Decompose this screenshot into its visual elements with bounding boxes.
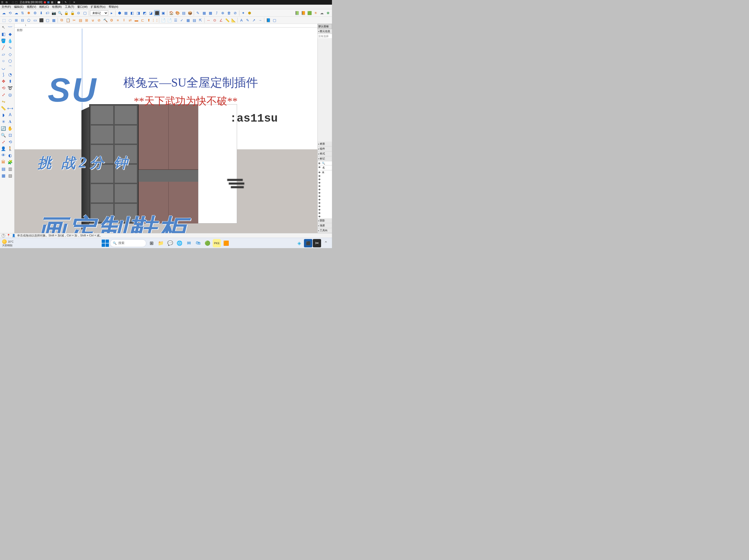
tag-row[interactable]: 👁: [318, 215, 332, 218]
panel-tags[interactable]: 标记: [318, 156, 332, 161]
doc-icon[interactable]: 📄: [160, 17, 166, 23]
panel-entity-info[interactable]: 图元信息: [318, 29, 332, 34]
eye-icon[interactable]: 👁: [318, 209, 321, 211]
vray-cloud-icon[interactable]: ☁: [319, 10, 325, 16]
network-icon[interactable]: ✱: [26, 10, 31, 16]
cube-right-icon[interactable]: ◪: [148, 10, 153, 16]
grid-icon[interactable]: ▦: [201, 10, 207, 16]
select-add-icon[interactable]: ⊞: [14, 17, 19, 23]
select-sub-icon[interactable]: ⊟: [20, 17, 25, 23]
pushpull-icon[interactable]: ⬍: [7, 78, 14, 85]
vray-gold-icon[interactable]: 📙: [300, 10, 306, 16]
camera-icon[interactable]: [58, 1, 60, 3]
app-orange-icon[interactable]: 🟧: [222, 239, 230, 247]
house-icon[interactable]: 🏠: [168, 10, 174, 16]
cloud-link-icon[interactable]: ⇅: [20, 10, 25, 16]
offset-icon[interactable]: ◎: [7, 91, 14, 98]
help-icon[interactable]: ?: [2, 234, 5, 237]
text-icon[interactable]: A: [239, 17, 244, 23]
eye-icon[interactable]: 👁: [318, 178, 321, 181]
polygon-icon[interactable]: ⬡: [7, 58, 14, 64]
eye-icon[interactable]: 👁: [318, 195, 321, 198]
select-comp-icon[interactable]: ⬛: [38, 17, 44, 23]
book-icon[interactable]: 📘: [265, 17, 271, 23]
doc-add-icon[interactable]: 📄: [167, 17, 172, 23]
eye-icon[interactable]: 👁: [318, 202, 321, 204]
doc-list-icon[interactable]: ☰: [173, 17, 178, 23]
dim-icon[interactable]: ⟷: [7, 105, 14, 111]
app-dark-icon[interactable]: ✂: [313, 239, 321, 247]
pen-icon[interactable]: ✎: [195, 10, 201, 16]
section-icon[interactable]: ◐: [7, 152, 14, 159]
collapse-tray-icon[interactable]: ⌃: [322, 239, 330, 247]
app-green-icon[interactable]: 🟢: [203, 239, 212, 247]
distribute-icon[interactable]: ⫴: [121, 17, 127, 23]
unlink-icon[interactable]: ⊘: [232, 10, 238, 16]
star-icon[interactable]: ✦: [240, 10, 246, 16]
tag-row[interactable]: 👁: [318, 174, 332, 178]
record-icon[interactable]: [44, 1, 46, 3]
flip-icon[interactable]: ⇄: [127, 17, 133, 23]
cube-persp-icon[interactable]: ⬛: [154, 10, 160, 16]
box-icon[interactable]: ▢: [82, 10, 88, 16]
arc2-icon[interactable]: ⌒: [7, 64, 14, 71]
brackets-icon[interactable]: 〈〉: [10, 1, 14, 4]
minus-icon[interactable]: ⊖: [76, 10, 82, 16]
split-icon[interactable]: ⊘: [96, 17, 102, 23]
tag-row-untagged[interactable]: 👁 未: [318, 170, 332, 174]
cube-iso-icon[interactable]: ⬢: [117, 10, 123, 16]
text-tool-icon[interactable]: A: [7, 111, 14, 118]
select-poly-icon[interactable]: ⬠: [26, 17, 31, 23]
prev-view-icon[interactable]: ⟲: [7, 138, 14, 145]
shelf-icon[interactable]: ⊏: [140, 17, 146, 23]
app-blue-a-icon[interactable]: ◈: [295, 239, 303, 247]
tag-row[interactable]: 👁: [318, 205, 332, 208]
explorer-icon[interactable]: 📁: [157, 239, 165, 247]
vray-leaf-icon[interactable]: ❀: [325, 10, 331, 16]
note-icon[interactable]: ✎: [245, 17, 251, 23]
3dtext-icon[interactable]: 𝐀: [7, 118, 14, 125]
cabinet-model[interactable]: [82, 104, 237, 223]
tag-row[interactable]: 👁: [318, 181, 332, 185]
badge-icon[interactable]: ⬢: [247, 10, 252, 16]
menu-window[interactable]: 窗口(W): [76, 5, 89, 9]
cube-top-icon[interactable]: ▦: [123, 10, 129, 16]
edge-icon[interactable]: 🌐: [175, 239, 184, 247]
rect-rot-icon[interactable]: ◇: [7, 51, 14, 58]
crop-icon[interactable]: ⬚: [15, 1, 18, 4]
eye-icon[interactable]: 👁: [318, 188, 321, 191]
line-icon[interactable]: ╱: [0, 44, 7, 51]
trash-icon[interactable]: 🗑: [226, 10, 232, 16]
copy-icon[interactable]: ⧉: [6, 1, 9, 4]
download-icon[interactable]: ⬇: [38, 10, 44, 16]
package-icon[interactable]: 📦: [187, 10, 193, 16]
arc3-icon[interactable]: ⟆: [0, 71, 7, 78]
eye-icon[interactable]: 👁: [318, 192, 321, 194]
panel-shadows[interactable]: 阴影: [318, 218, 332, 223]
unlock-icon[interactable]: 🔓: [69, 10, 75, 16]
protractor-icon[interactable]: ◗: [0, 111, 7, 118]
dim-line-icon[interactable]: ↔: [206, 17, 211, 23]
menu-edit[interactable]: 编辑(E): [13, 5, 25, 9]
tag-row[interactable]: 👁: [318, 191, 332, 195]
pause-icon[interactable]: [47, 1, 49, 3]
arc-icon[interactable]: ◡: [0, 64, 7, 71]
array-icon[interactable]: ⋮⋮: [152, 17, 158, 23]
rotate-icon[interactable]: ⟲: [0, 85, 7, 91]
tag-row[interactable]: 👁: [318, 178, 332, 181]
cube-wire-icon[interactable]: ▣: [160, 10, 166, 16]
tag-dropdown[interactable]: 未标记: [90, 10, 108, 16]
warehouse-icon[interactable]: 🏛: [0, 159, 7, 166]
panel-components[interactable]: 组件: [318, 147, 332, 151]
menu-extensions[interactable]: 扩展程序(x): [89, 5, 107, 9]
target-icon[interactable]: ⊕: [220, 10, 226, 16]
menu-draw[interactable]: 绘图(R): [50, 5, 63, 9]
menu-icon[interactable]: ☰: [1, 1, 4, 4]
add-tag-icon[interactable]: ⊕: [318, 162, 320, 165]
layer-d-icon[interactable]: ▧: [7, 172, 14, 179]
panel-instructor[interactable]: 工具向: [318, 228, 332, 233]
zoom-window-icon[interactable]: ⊡: [7, 132, 14, 138]
merge-icon[interactable]: ⊎: [90, 17, 96, 23]
eyedropper-icon[interactable]: 💧: [7, 37, 14, 44]
wechat-icon[interactable]: 💬: [166, 239, 174, 247]
